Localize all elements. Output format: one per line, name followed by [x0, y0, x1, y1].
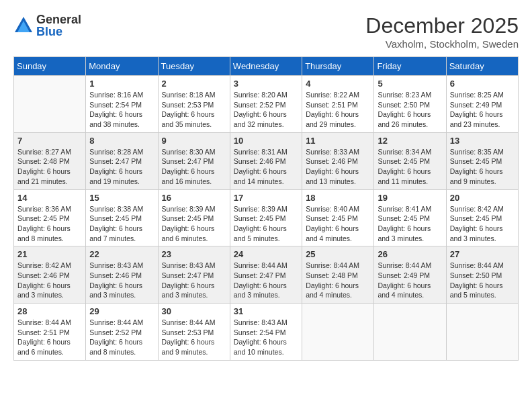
day-number: 7	[17, 136, 82, 146]
day-info: Sunrise: 8:44 AM Sunset: 2:50 PM Dayligh…	[450, 261, 515, 300]
day-info: Sunrise: 8:44 AM Sunset: 2:48 PM Dayligh…	[306, 261, 370, 300]
header-tuesday: Tuesday	[158, 57, 230, 76]
header-row: SundayMondayTuesdayWednesdayThursdayFrid…	[14, 57, 519, 76]
day-info: Sunrise: 8:39 AM Sunset: 2:45 PM Dayligh…	[162, 204, 226, 244]
week-row-0: 1Sunrise: 8:16 AM Sunset: 2:54 PM Daylig…	[14, 76, 519, 133]
day-number: 16	[162, 193, 226, 203]
location: Vaxholm, Stockholm, Sweden	[365, 38, 519, 50]
calendar-table: SundayMondayTuesdayWednesdayThursdayFrid…	[13, 56, 519, 361]
day-number: 23	[162, 249, 226, 259]
day-cell: 7Sunrise: 8:27 AM Sunset: 2:48 PM Daylig…	[14, 132, 86, 189]
day-number: 1	[89, 79, 154, 89]
day-cell: 1Sunrise: 8:16 AM Sunset: 2:54 PM Daylig…	[86, 76, 158, 133]
day-number: 5	[378, 79, 442, 89]
day-cell: 28Sunrise: 8:44 AM Sunset: 2:51 PM Dayli…	[14, 304, 86, 361]
day-cell: 11Sunrise: 8:33 AM Sunset: 2:46 PM Dayli…	[302, 132, 374, 189]
day-cell: 12Sunrise: 8:34 AM Sunset: 2:45 PM Dayli…	[374, 132, 446, 189]
day-number: 4	[306, 79, 370, 89]
day-number: 8	[89, 136, 154, 146]
day-cell: 22Sunrise: 8:43 AM Sunset: 2:46 PM Dayli…	[86, 246, 158, 304]
day-info: Sunrise: 8:44 AM Sunset: 2:51 PM Dayligh…	[17, 318, 82, 357]
day-number: 17	[234, 193, 298, 203]
header-monday: Monday	[86, 57, 158, 76]
day-info: Sunrise: 8:43 AM Sunset: 2:54 PM Dayligh…	[234, 318, 298, 357]
week-row-4: 28Sunrise: 8:44 AM Sunset: 2:51 PM Dayli…	[14, 304, 519, 361]
calendar-header: SundayMondayTuesdayWednesdayThursdayFrid…	[14, 57, 519, 76]
day-cell	[302, 304, 374, 361]
header-wednesday: Wednesday	[230, 57, 302, 76]
week-row-2: 14Sunrise: 8:36 AM Sunset: 2:45 PM Dayli…	[14, 189, 519, 246]
day-cell: 14Sunrise: 8:36 AM Sunset: 2:45 PM Dayli…	[14, 189, 86, 246]
day-number: 24	[234, 249, 298, 259]
logo-text: General Blue	[36, 13, 81, 38]
day-cell: 21Sunrise: 8:42 AM Sunset: 2:46 PM Dayli…	[14, 246, 86, 304]
day-cell: 29Sunrise: 8:44 AM Sunset: 2:52 PM Dayli…	[86, 304, 158, 361]
day-cell: 4Sunrise: 8:22 AM Sunset: 2:51 PM Daylig…	[302, 76, 374, 133]
day-number: 11	[306, 136, 370, 146]
day-cell: 30Sunrise: 8:44 AM Sunset: 2:53 PM Dayli…	[158, 304, 230, 361]
day-info: Sunrise: 8:38 AM Sunset: 2:45 PM Dayligh…	[89, 204, 154, 244]
day-info: Sunrise: 8:42 AM Sunset: 2:46 PM Dayligh…	[17, 261, 82, 300]
day-info: Sunrise: 8:35 AM Sunset: 2:45 PM Dayligh…	[450, 147, 515, 187]
day-info: Sunrise: 8:40 AM Sunset: 2:45 PM Dayligh…	[306, 204, 370, 244]
day-number: 31	[234, 306, 298, 316]
day-cell: 9Sunrise: 8:30 AM Sunset: 2:47 PM Daylig…	[158, 132, 230, 189]
day-info: Sunrise: 8:39 AM Sunset: 2:45 PM Dayligh…	[234, 204, 298, 244]
day-number: 25	[306, 249, 370, 259]
day-info: Sunrise: 8:43 AM Sunset: 2:47 PM Dayligh…	[162, 261, 226, 300]
logo-blue: Blue	[36, 26, 81, 38]
day-cell: 15Sunrise: 8:38 AM Sunset: 2:45 PM Dayli…	[86, 189, 158, 246]
day-cell: 23Sunrise: 8:43 AM Sunset: 2:47 PM Dayli…	[158, 246, 230, 304]
day-number: 22	[89, 249, 154, 259]
day-cell	[446, 304, 518, 361]
day-info: Sunrise: 8:23 AM Sunset: 2:50 PM Dayligh…	[378, 90, 442, 130]
week-row-3: 21Sunrise: 8:42 AM Sunset: 2:46 PM Dayli…	[14, 246, 519, 304]
day-number: 3	[234, 79, 298, 89]
day-cell: 27Sunrise: 8:44 AM Sunset: 2:50 PM Dayli…	[446, 246, 518, 304]
day-info: Sunrise: 8:25 AM Sunset: 2:49 PM Dayligh…	[450, 90, 515, 130]
day-number: 18	[306, 193, 370, 203]
day-number: 20	[450, 193, 515, 203]
day-number: 12	[378, 136, 442, 146]
day-cell: 20Sunrise: 8:42 AM Sunset: 2:45 PM Dayli…	[446, 189, 518, 246]
day-info: Sunrise: 8:43 AM Sunset: 2:46 PM Dayligh…	[89, 261, 154, 300]
day-number: 14	[17, 193, 82, 203]
day-info: Sunrise: 8:33 AM Sunset: 2:46 PM Dayligh…	[306, 147, 370, 187]
day-cell: 24Sunrise: 8:44 AM Sunset: 2:47 PM Dayli…	[230, 246, 302, 304]
header-friday: Friday	[374, 57, 446, 76]
day-cell: 19Sunrise: 8:41 AM Sunset: 2:45 PM Dayli…	[374, 189, 446, 246]
logo-icon	[13, 15, 34, 36]
day-number: 10	[234, 136, 298, 146]
day-info: Sunrise: 8:20 AM Sunset: 2:52 PM Dayligh…	[234, 90, 298, 130]
day-cell: 31Sunrise: 8:43 AM Sunset: 2:54 PM Dayli…	[230, 304, 302, 361]
day-cell: 8Sunrise: 8:28 AM Sunset: 2:47 PM Daylig…	[86, 132, 158, 189]
day-number: 27	[450, 249, 515, 259]
day-info: Sunrise: 8:28 AM Sunset: 2:47 PM Dayligh…	[89, 147, 154, 187]
day-cell: 25Sunrise: 8:44 AM Sunset: 2:48 PM Dayli…	[302, 246, 374, 304]
day-info: Sunrise: 8:16 AM Sunset: 2:54 PM Dayligh…	[89, 90, 154, 130]
day-cell: 2Sunrise: 8:18 AM Sunset: 2:53 PM Daylig…	[158, 76, 230, 133]
day-number: 13	[450, 136, 515, 146]
day-number: 6	[450, 79, 515, 89]
day-info: Sunrise: 8:44 AM Sunset: 2:52 PM Dayligh…	[89, 318, 154, 357]
logo: General Blue	[13, 13, 81, 38]
day-cell: 26Sunrise: 8:44 AM Sunset: 2:49 PM Dayli…	[374, 246, 446, 304]
logo-general: General	[36, 13, 81, 26]
day-info: Sunrise: 8:42 AM Sunset: 2:45 PM Dayligh…	[450, 204, 515, 244]
day-info: Sunrise: 8:27 AM Sunset: 2:48 PM Dayligh…	[17, 147, 82, 187]
day-info: Sunrise: 8:44 AM Sunset: 2:47 PM Dayligh…	[234, 261, 298, 300]
page-header: General Blue December 2025 Vaxholm, Stoc…	[13, 13, 519, 50]
day-cell	[14, 76, 86, 133]
title-block: December 2025 Vaxholm, Stockholm, Sweden	[365, 13, 519, 50]
day-number: 30	[162, 306, 226, 316]
day-number: 15	[89, 193, 154, 203]
day-cell	[374, 304, 446, 361]
day-cell: 17Sunrise: 8:39 AM Sunset: 2:45 PM Dayli…	[230, 189, 302, 246]
day-number: 9	[162, 136, 226, 146]
day-number: 21	[17, 249, 82, 259]
day-number: 26	[378, 249, 442, 259]
day-number: 29	[89, 306, 154, 316]
day-info: Sunrise: 8:31 AM Sunset: 2:46 PM Dayligh…	[234, 147, 298, 187]
day-cell: 5Sunrise: 8:23 AM Sunset: 2:50 PM Daylig…	[374, 76, 446, 133]
week-row-1: 7Sunrise: 8:27 AM Sunset: 2:48 PM Daylig…	[14, 132, 519, 189]
